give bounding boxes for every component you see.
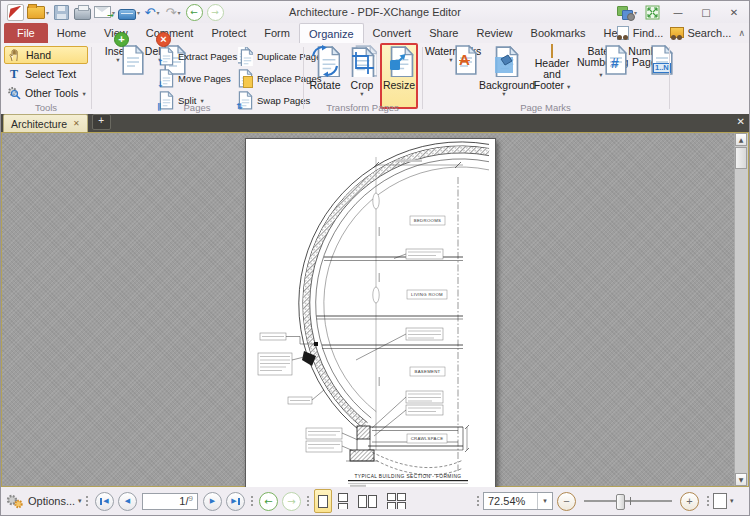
plus-badge-icon: + [114,32,129,47]
architectural-drawing: BEDROOMS LIVING ROOM BASEMENT CRAWLSPACE… [246,139,495,487]
group-label-pages: Pages [91,102,303,113]
pdf-page[interactable]: BEDROOMS LIVING ROOM BASEMENT CRAWLSPACE… [245,138,496,488]
replace-pages-icon [238,69,253,88]
document-tab-bar: Architecture ✕ + ✕ [1,114,749,132]
group-label-tools: Tools [1,102,91,113]
undo-button[interactable]: ↶▾ [143,3,161,21]
next-page-button[interactable]: ▶ [203,492,222,511]
document-canvas[interactable]: BEDROOMS LIVING ROOM BASEMENT CRAWLSPACE… [1,132,749,487]
crop-icon [347,67,377,79]
tab-organize[interactable]: Organize [299,23,364,43]
zoom-in-button[interactable]: + [680,492,699,511]
move-pages-button[interactable]: ↓ Move Pages [159,69,231,87]
extract-pages-icon: ↑ [159,47,174,66]
tab-convert[interactable]: Convert [364,23,421,43]
close-button[interactable]: ✕ [723,3,745,21]
vertical-scrollbar[interactable]: ▲ ▼ [734,133,748,486]
status-bar: Options... ▾ ◀ ◀ 1/9 ▶ ▶ ← → 72.54% ▾ [1,487,749,515]
ui-theme-button[interactable]: ▾ [617,3,637,21]
open-file-button[interactable]: ▾ [27,3,49,21]
zoom-slider[interactable] [584,500,672,502]
scanner-icon [118,9,136,20]
document-tab-architecture[interactable]: Architecture ✕ [3,114,88,132]
fit-page-caret[interactable]: ▾ [730,497,734,505]
tab-file[interactable]: File [4,23,48,43]
save-button[interactable] [52,3,70,21]
tab-close-icon[interactable]: ✕ [73,119,80,128]
insert-pages-button[interactable]: + Insert ▾ [98,45,138,62]
zoom-slider-tick [630,497,631,505]
number-pages-button[interactable]: 1..N Number Pages [627,45,667,68]
resize-pages-button[interactable]: Resize [382,45,416,91]
zoom-out-button[interactable]: − [557,492,576,511]
undo-icon: ↶ [145,6,156,19]
options-button[interactable]: Options... [28,495,75,507]
forward-arrow-icon: → [207,4,224,21]
search-button[interactable]: Search... [670,26,731,40]
layout-two-pages-continuous-button[interactable] [383,489,410,513]
watermarks-button[interactable]: A Watermarks ▾ [425,45,477,62]
tab-protect[interactable]: Protect [202,23,255,43]
view-back-button[interactable]: ← [259,492,278,511]
scroll-up-button[interactable]: ▲ [735,133,747,146]
history-forward-button[interactable]: → [206,3,224,21]
splitter-grip[interactable] [477,496,479,506]
header-and-footer-button[interactable]: Header and Footer ▾ [529,45,575,91]
maximize-button[interactable]: □ [695,3,717,21]
bates-numbering-button[interactable]: # Bates Numbering ▾ [577,45,625,79]
crop-pages-button[interactable]: Crop ▾ [345,45,379,96]
x-badge-icon: × [156,32,171,47]
tab-review[interactable]: Review [467,23,521,43]
first-page-button[interactable]: ◀ [95,492,114,511]
scroll-down-button[interactable]: ▼ [735,473,747,486]
scrollbar-thumb[interactable] [735,147,747,169]
print-button[interactable] [73,3,91,21]
layout-continuous-button[interactable] [334,489,352,513]
hand-tool-button[interactable]: Hand [4,46,88,64]
tab-home[interactable]: Home [48,23,95,43]
page-number-input[interactable]: 1/9 [142,493,198,510]
printer-icon [74,8,91,20]
options-gear-icon [6,494,24,509]
email-button[interactable]: →▾ [94,3,115,21]
layout-two-pages-button[interactable] [354,489,381,513]
background-button[interactable]: Background ▾ [479,45,529,96]
email-icon: → [94,6,111,18]
extract-pages-button[interactable]: ↑ Extract Pages [159,47,237,65]
select-text-button[interactable]: T Select Text [4,65,88,83]
last-page-button[interactable]: ▶ [226,492,245,511]
layout-single-page-button[interactable] [314,489,332,513]
redo-button[interactable]: ↷▾ [164,3,182,21]
images-gear-icon [617,5,633,19]
other-tools-button[interactable]: Other Tools ▾ [4,84,88,102]
zoom-slider-handle[interactable] [616,494,625,510]
splitter-grip[interactable] [251,496,253,506]
zoom-dropdown-caret[interactable]: ▾ [537,493,552,509]
close-document-button[interactable]: ✕ [737,116,745,127]
select-text-icon: T [7,67,21,82]
previous-page-button[interactable]: ◀ [118,492,137,511]
collapse-ribbon-button[interactable]: ∧ [738,28,745,38]
scan-button[interactable]: ▾ [118,3,140,21]
minimize-button[interactable]: — [667,3,689,21]
splitter-grip[interactable] [707,496,709,506]
new-tab-button[interactable]: + [92,114,111,130]
tab-share[interactable]: Share [420,23,467,43]
view-forward-button[interactable]: → [282,492,301,511]
zoom-level-combobox[interactable]: 72.54% ▾ [483,492,553,510]
splitter-grip[interactable] [307,496,309,506]
history-back-button[interactable]: ← [185,3,203,21]
fit-page-button[interactable] [713,493,727,509]
room-label-crawlspace: CRAWLSPACE [411,436,444,441]
group-label-page-marks: Page Marks [422,102,669,113]
splitter-grip[interactable] [86,496,88,506]
session-restore-button[interactable] [643,3,661,21]
tab-form[interactable]: Form [255,23,299,43]
tab-bookmarks[interactable]: Bookmarks [522,23,595,43]
gear-magnifier-icon [7,86,21,100]
find-button[interactable]: Find... [616,26,664,40]
pdf-xchange-editor-window: ▾ →▾ ▾ ↶▾ ↷▾ ← → Architecture - PDF-XCha… [0,0,750,516]
rotate-pages-button[interactable]: Rotate [307,45,343,91]
back-arrow-icon: ← [186,4,203,21]
group-label-transform-pages: Transform Pages [303,102,422,113]
